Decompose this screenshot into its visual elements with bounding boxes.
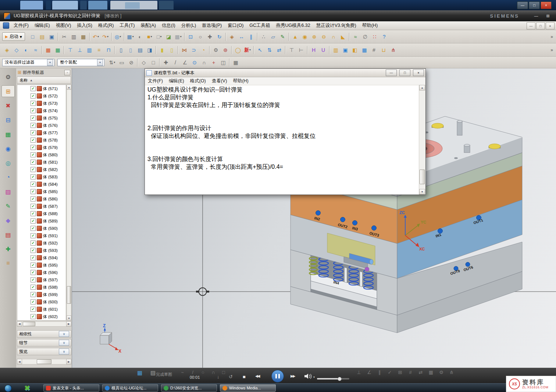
scroll-right-button[interactable]: ▶ — [66, 359, 71, 364]
show-hide-button[interactable]: ◐ — [135, 32, 145, 41]
tree-row[interactable]: ✓体 (583) — [17, 173, 66, 181]
checkbox-icon[interactable]: ✓ — [31, 233, 36, 238]
command-finder-button[interactable]: ◎▾ — [113, 32, 123, 41]
chevron-down-icon[interactable]: ∨ — [59, 349, 69, 354]
repeat-icon[interactable]: ↺ — [229, 374, 233, 379]
history-button[interactable]: ◔ — [1, 171, 15, 183]
sketch-rect-icon[interactable]: □ — [218, 370, 229, 375]
object-display-button[interactable]: ∷ — [370, 32, 379, 41]
speaker-icon[interactable] — [304, 374, 313, 379]
checkbox-icon[interactable]: ✓ — [31, 174, 36, 179]
new-moldbase-button[interactable]: 新▾ — [243, 46, 252, 54]
exchange-button[interactable]: ⇄ — [274, 46, 284, 54]
shaded-view-button[interactable]: ■▾ — [145, 32, 154, 41]
minimize-button[interactable]: — — [532, 12, 541, 19]
menu-item-6[interactable]: 装配(A) — [138, 21, 159, 30]
subtract-button[interactable]: ⊖ — [319, 32, 329, 41]
zoom-button[interactable]: ○ — [196, 32, 205, 41]
swap-button[interactable]: ⇅ — [265, 46, 274, 54]
standard-part-button[interactable]: ◯ — [233, 46, 243, 54]
next-button[interactable]: ▶▶ — [291, 374, 295, 378]
notepad-close-button[interactable]: × — [413, 70, 424, 76]
curve-button[interactable]: ≈ — [351, 32, 360, 41]
snap-endpoint-button[interactable]: ✚ — [161, 58, 171, 67]
edge-blend-button[interactable]: ∩ — [329, 32, 338, 41]
taskbar-app-x-icon[interactable]: ✖ — [24, 384, 30, 392]
tree-row[interactable]: ✓体 (601) — [17, 306, 66, 313]
gear-tool-button[interactable]: ⚙ — [211, 46, 221, 54]
tree-row[interactable]: ✓体 (600) — [17, 298, 66, 306]
section-dependencies[interactable]: 相依性 ∨ — [17, 330, 71, 338]
pattern-component-button[interactable]: ◇ — [12, 46, 21, 54]
app-title-bar[interactable]: UG塑胶模具设计-模具零件知识之回针弹簧 [修改的 ] SIEMENS — ⊞ — [0, 10, 556, 21]
pin-tool-alt-button[interactable]: ▯ — [167, 46, 177, 54]
snap-toggle-button[interactable]: ⇅▾ — [107, 58, 117, 67]
general-select-button[interactable]: ⊘ — [126, 58, 136, 67]
h-plate-button[interactable]: H — [309, 46, 318, 54]
scroll-down-button[interactable]: ▼ — [67, 316, 71, 321]
menu-item-4[interactable]: 格式(R) — [95, 21, 117, 30]
web-browser-button[interactable]: ◎ — [1, 157, 15, 169]
checkbox-icon[interactable]: ✓ — [31, 93, 36, 99]
checkbox-icon[interactable]: ✓ — [31, 196, 36, 202]
dim-check-icon[interactable]: ✓ — [385, 370, 395, 375]
t-slot-button[interactable]: ⊤ — [287, 46, 296, 54]
checkbox-icon[interactable]: ✓ — [31, 123, 36, 128]
layout-grid-icon[interactable]: ⊞ — [543, 12, 552, 19]
checkbox-icon[interactable]: ✓ — [31, 285, 36, 290]
minimize-button[interactable]: — — [517, 1, 528, 9]
tree-row[interactable]: ✓体 (595) — [17, 261, 66, 269]
scroll-left-button[interactable]: ◀ — [17, 359, 22, 364]
scroll-right-button[interactable]: ▶ — [66, 321, 71, 327]
sketch-button[interactable]: ✎ — [278, 32, 288, 41]
grid-red-button[interactable]: ▦ — [43, 46, 53, 54]
menu-grid-button[interactable]: ▦ — [231, 58, 240, 67]
tree-scrollbar-track[interactable] — [67, 85, 71, 321]
pause-button[interactable] — [271, 370, 284, 382]
dim-parallel-icon[interactable]: ∥ — [374, 370, 385, 375]
paste-button[interactable]: ▦ — [79, 32, 88, 41]
analysis-button[interactable]: ✚ — [1, 243, 15, 255]
dim-table-icon[interactable]: ▦ — [426, 370, 436, 375]
mold-split-button[interactable]: ⋈ — [179, 46, 189, 54]
tree-row[interactable]: ✓体 (572) — [17, 92, 66, 100]
unite-button[interactable]: ⊕ — [310, 32, 319, 41]
tree-row[interactable]: ✓体 (575) — [17, 114, 66, 122]
child-minimize-button[interactable]: — — [527, 22, 535, 29]
dim-gear-icon[interactable]: ⚙ — [436, 370, 446, 375]
chamfer-button[interactable]: ◣ — [338, 32, 348, 41]
menu-item-7[interactable]: 信息(I) — [159, 21, 178, 30]
copy-button[interactable]: ▥ — [69, 32, 79, 41]
scroll-down-button[interactable]: ▼ — [419, 189, 425, 195]
tree-row[interactable]: ✓体 (584) — [17, 181, 66, 188]
notepad-minimize-button[interactable]: — — [386, 70, 397, 76]
menu-item-5[interactable]: 工具(T) — [117, 21, 138, 30]
tree-row[interactable]: ✓体 (598) — [17, 284, 66, 291]
checkbox-icon[interactable]: ✓ — [31, 182, 36, 187]
shaded-select-button[interactable]: ◇ — [139, 58, 149, 67]
selection-filter-select[interactable]: 没有选择过滤器 ▾ — [2, 59, 54, 66]
checkbox-icon[interactable]: ✓ — [31, 130, 36, 135]
volume-knob[interactable] — [338, 377, 342, 381]
chevron-down-icon[interactable]: ∨ — [59, 340, 69, 346]
menu-item-3[interactable]: 插入(S) — [74, 21, 95, 30]
new-part-button[interactable]: □ — [28, 32, 38, 41]
half-section-button[interactable]: ◨ — [145, 46, 154, 54]
column-header-name[interactable]: 名称 ▲ — [17, 76, 71, 84]
tree-row[interactable]: ✓体 (576) — [17, 122, 66, 129]
add-component-button[interactable]: ◈ — [2, 46, 12, 54]
toolbar-overflow-icon[interactable]: » — [550, 47, 553, 53]
pin-tool-button[interactable]: ▮ — [157, 46, 167, 54]
volume-caret-icon[interactable]: ▾ — [313, 375, 315, 379]
assembly-navigator-button[interactable]: ⊟ — [1, 114, 15, 126]
maximize-button[interactable]: □ — [529, 1, 540, 9]
tree-row[interactable]: ✓体 (581) — [17, 158, 66, 166]
tree-row[interactable]: ✓体 (585) — [17, 188, 66, 195]
tree-row[interactable]: ✓体 (579) — [17, 144, 66, 151]
hole-button[interactable]: ◉ — [300, 32, 310, 41]
tree-row[interactable]: ✓体 (577) — [17, 129, 66, 136]
distribute-button[interactable]: ▥ — [85, 46, 94, 54]
panel-header[interactable]: ⊞ 部件导航器 ▫ — [16, 68, 72, 76]
taskbar-button-toutiao[interactable]: 发表文章 - 头条... — [43, 384, 99, 392]
tree-row[interactable]: ✓体 (571) — [17, 85, 66, 92]
